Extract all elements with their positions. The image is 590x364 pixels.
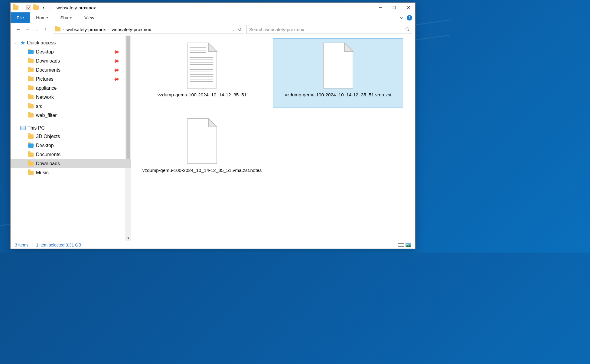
sidebar-item-label: Downloads — [36, 58, 60, 64]
star-icon: ★ — [20, 40, 25, 46]
sidebar-item-webfilter[interactable]: web_filter — [11, 111, 131, 120]
sidebar-item-label: Desktop — [36, 49, 54, 55]
chevron-down-icon[interactable]: ⌄ — [14, 41, 17, 45]
file-name: vzdump-qemu-100-2024_10_14-12_35_51.vma.… — [282, 92, 394, 98]
qat-customize-icon[interactable]: ▾ — [41, 5, 46, 10]
address-dropdown-icon[interactable]: ⌄ — [232, 27, 235, 31]
crumb-root-arrow[interactable]: › — [63, 27, 64, 31]
sidebar-item-pictures[interactable]: Pictures 📌 — [11, 75, 131, 84]
folder-icon — [28, 153, 34, 157]
pin-icon: 📌 — [112, 57, 120, 65]
sidebar-item-label: Pictures — [36, 76, 54, 82]
view-details-icon[interactable] — [398, 243, 404, 247]
help-icon[interactable]: ? — [407, 15, 412, 21]
refresh-icon[interactable] — [238, 27, 242, 31]
sidebar-item-pc-music[interactable]: Music — [11, 168, 131, 177]
status-selection: 1 item selected 3.31 GB — [36, 243, 81, 247]
sidebar-item-pc-downloads[interactable]: Downloads — [11, 159, 131, 168]
folder-icon — [28, 86, 34, 90]
pc-icon — [20, 126, 26, 130]
sidebar-item-src[interactable]: src — [11, 102, 131, 111]
navigation-pane: ▲ ▼ ⌄ ★ Quick access Desktop 📌 Downloads… — [11, 35, 131, 241]
sidebar-item-label: appliance — [36, 85, 57, 91]
scroll-down-icon[interactable]: ▼ — [126, 235, 131, 241]
address-folder-icon — [55, 27, 60, 32]
qat-properties-icon[interactable] — [26, 5, 31, 10]
sidebar-item-desktop[interactable]: Desktop 📌 — [11, 47, 131, 56]
sidebar-item-documents[interactable]: Documents 📌 — [11, 66, 131, 75]
file-thumbnail-icon — [320, 42, 356, 89]
folder-icon — [28, 143, 34, 148]
tab-view[interactable]: View — [78, 12, 100, 23]
file-item[interactable]: vzdump-qemu-100-2024_10_14-12_35_51.vma.… — [273, 38, 403, 108]
quick-access-label: Quick access — [27, 40, 56, 46]
address-row: ← → ⌄ ↑ › websafety-proxmox› websafety-p… — [11, 23, 415, 35]
nav-up-button[interactable]: ↑ — [43, 26, 49, 32]
svg-marker-26 — [344, 43, 353, 51]
folder-icon — [28, 171, 34, 175]
title-bar: ▾ websafety-proxmox — [11, 3, 415, 12]
folder-icon — [28, 162, 34, 166]
address-bar[interactable]: › websafety-proxmox› websafety-proxmox ⌄ — [53, 25, 244, 34]
pin-icon: 📌 — [112, 75, 120, 83]
file-name: vzdump-qemu-100-2024_10_14-12_35_51 — [155, 92, 250, 98]
chevron-down-icon[interactable]: ⌄ — [14, 126, 17, 130]
file-item[interactable]: vzdump-qemu-100-2024_10_14-12_35_51.vma.… — [137, 114, 267, 183]
sidebar-item-label: 3D Objects — [36, 134, 60, 139]
svg-point-5 — [406, 28, 408, 30]
breadcrumb-level2[interactable]: websafety-proxmox — [112, 27, 151, 32]
maximize-button[interactable] — [387, 3, 401, 12]
sidebar-item-label: Documents — [36, 152, 60, 157]
sidebar-item-label: web_filter — [36, 113, 57, 118]
nav-forward-button[interactable]: → — [24, 26, 31, 32]
sidebar-item-label: Music — [36, 170, 49, 176]
folder-icon — [28, 134, 34, 139]
folder-icon — [28, 50, 34, 54]
sidebar-item-pc-desktop[interactable]: Desktop — [11, 141, 131, 150]
this-pc-group[interactable]: ⌄ This PC — [11, 124, 131, 132]
file-thumbnail-icon — [184, 117, 220, 165]
sidebar-item-label: Documents — [36, 67, 60, 73]
app-icon — [13, 5, 18, 10]
folder-icon — [28, 68, 34, 72]
nav-recent-dropdown[interactable]: ⌄ — [34, 26, 40, 32]
pin-icon: 📌 — [112, 48, 120, 56]
folder-icon — [28, 113, 34, 118]
ribbon-collapse-icon[interactable] — [399, 16, 404, 20]
tab-file[interactable]: File — [11, 12, 30, 23]
close-button[interactable] — [401, 3, 415, 12]
sidebar-item-3dobjects[interactable]: 3D Objects — [11, 132, 131, 141]
search-box[interactable] — [246, 25, 412, 34]
search-icon[interactable] — [405, 27, 409, 31]
tab-home[interactable]: Home — [30, 12, 54, 23]
sidebar-item-downloads[interactable]: Downloads 📌 — [11, 56, 131, 66]
sidebar-item-label: src — [36, 104, 42, 109]
folder-icon — [28, 104, 34, 108]
file-thumbnail-icon — [184, 42, 220, 89]
sidebar-item-label: Network — [36, 95, 54, 100]
svg-rect-2 — [393, 6, 396, 9]
svg-marker-28 — [208, 118, 217, 127]
folder-icon — [28, 95, 34, 99]
status-item-count: 3 items — [15, 243, 28, 247]
tab-share[interactable]: Share — [54, 12, 78, 23]
file-item[interactable]: vzdump-qemu-100-2024_10_14-12_35_51 — [137, 38, 267, 108]
quick-access-group[interactable]: ⌄ ★ Quick access — [11, 38, 131, 47]
svg-line-6 — [408, 30, 409, 31]
file-explorer-window: ▾ websafety-proxmox File Home Share View — [10, 2, 416, 249]
breadcrumb-level1[interactable]: websafety-proxmox› — [67, 27, 109, 32]
nav-back-button[interactable]: ← — [15, 26, 21, 32]
sidebar-item-network[interactable]: Network — [11, 93, 131, 102]
sidebar-item-label: Desktop — [36, 143, 54, 148]
sidebar-item-pc-documents[interactable]: Documents — [11, 150, 131, 159]
svg-rect-31 — [398, 246, 404, 247]
minimize-button[interactable] — [373, 3, 387, 12]
file-list[interactable]: vzdump-qemu-100-2024_10_14-12_35_51 vzdu… — [131, 35, 415, 241]
sidebar-item-appliance[interactable]: appliance — [11, 84, 131, 93]
status-bar: 3 items 1 item selected 3.31 GB — [11, 241, 415, 249]
pin-icon: 📌 — [112, 66, 120, 74]
qat-new-folder-icon[interactable] — [33, 5, 39, 10]
svg-rect-29 — [398, 243, 404, 244]
view-large-icons-icon[interactable] — [406, 243, 411, 247]
search-input[interactable] — [249, 27, 405, 32]
